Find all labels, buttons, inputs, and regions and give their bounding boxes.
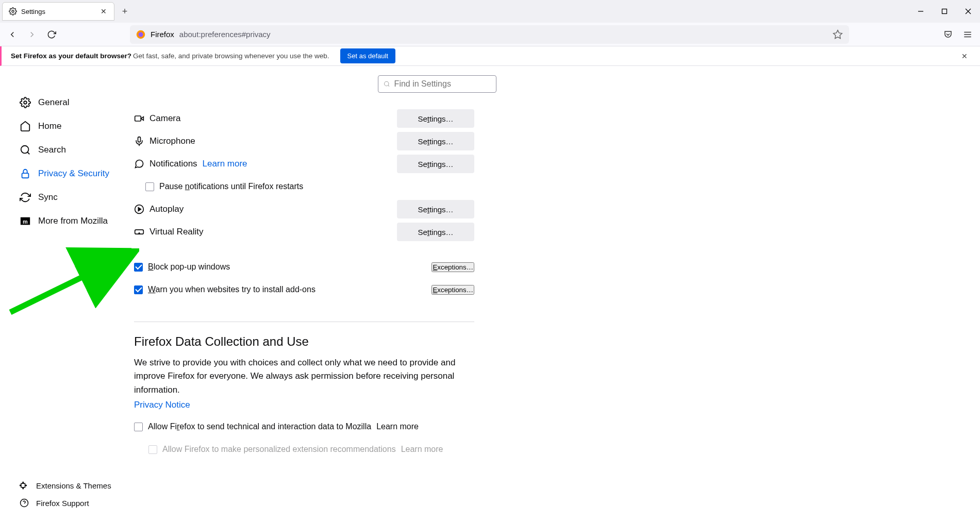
settings-button[interactable]: Settings… [397,223,474,241]
warn-addons-checkbox[interactable] [134,285,143,294]
svg-marker-7 [834,30,842,38]
allow-recommendations-checkbox [148,445,157,454]
permission-label: Microphone [150,136,195,146]
checkbox-label: Warn you when websites try to install ad… [148,285,315,294]
block-popups-checkbox[interactable] [134,263,143,272]
divider [134,322,474,322]
permission-label: Notifications [150,159,197,169]
learn-more-link: Learn more [401,445,443,454]
sidebar-item-search[interactable]: Search [20,138,134,162]
close-window-button[interactable] [956,0,980,23]
new-tab-button[interactable]: + [117,3,133,20]
sidebar-item-label: Search [38,145,66,155]
privacy-notice-link[interactable]: Privacy Notice [134,400,190,410]
svg-rect-21 [135,116,141,121]
svg-point-11 [24,101,27,104]
find-in-settings[interactable] [378,75,496,93]
permission-microphone: Microphone Settings… [134,130,474,153]
default-browser-banner: Set Firefox as your default browser? Get… [0,46,980,66]
sidebar-item-label: More from Mozilla [38,216,108,226]
svg-rect-2 [942,9,947,14]
section-description: We strive to provide you with choices an… [134,356,474,397]
checkbox-label: Block pop-up windows [148,262,230,272]
settings-button[interactable]: Settings… [397,132,474,150]
url-bar[interactable]: Firefox about:preferences#privacy [130,25,849,44]
tab-title: Settings [21,8,95,15]
sync-icon [20,192,31,203]
allow-tech-data-row: Allow Firefox to send technical and inte… [134,415,474,438]
lock-icon [20,168,31,179]
block-popups-row: Block pop-up windows Exceptions… [134,256,474,278]
sidebar-item-sync[interactable]: Sync [20,186,134,209]
sidebar-item-label: Sync [38,192,58,203]
content: General Home Search Privacy & Security S… [0,66,980,522]
sidebar: General Home Search Privacy & Security S… [0,66,134,522]
sidebar-item-privacy[interactable]: Privacy & Security [20,162,134,186]
settings-button[interactable]: Settings… [397,155,474,173]
learn-more-link[interactable]: Learn more [376,422,419,431]
menu-icon[interactable] [959,26,976,43]
permission-camera: Camera Settings… [134,107,474,130]
exceptions-button[interactable]: Exceptions… [431,285,474,295]
checkbox-label: Allow Firefox to send technical and inte… [148,422,371,431]
learn-more-link[interactable]: Learn more [203,159,247,169]
sidebar-item-home[interactable]: Home [20,114,134,138]
checkbox-label: Pause notifications until Firefox restar… [159,182,303,191]
set-default-button[interactable]: Set as default [340,48,396,63]
main: Camera Settings… Microphone Settings… No… [134,66,980,522]
sidebar-item-support[interactable]: Firefox Support [20,494,134,512]
sidebar-item-extensions[interactable]: Extensions & Themes [20,477,134,494]
checkbox-label: Allow Firefox to make personalized exten… [162,445,396,454]
exceptions-button[interactable]: Exceptions… [431,262,474,272]
maximize-button[interactable] [933,0,956,23]
browser-tab[interactable]: Settings ✕ [2,2,114,21]
autoplay-icon [134,204,144,214]
svg-point-12 [21,146,29,154]
pocket-icon[interactable] [940,26,956,43]
back-button[interactable] [4,26,21,43]
microphone-icon [134,136,144,146]
help-icon [20,498,29,508]
notification-icon [134,159,144,169]
url-text: about:preferences#privacy [179,30,271,39]
close-icon[interactable]: ✕ [99,7,108,15]
tab-bar: Settings ✕ + [0,0,980,23]
sidebar-item-general[interactable]: General [20,91,134,114]
permission-label: Camera [150,113,180,124]
toolbar: Firefox about:preferences#privacy [0,23,980,46]
permission-label: Autoplay [150,204,184,214]
svg-rect-14 [22,173,29,178]
puzzle-icon [20,481,29,490]
pause-notifications-checkbox[interactable] [145,182,154,191]
sidebar-item-label: Extensions & Themes [36,481,111,490]
bookmark-icon[interactable] [833,29,843,40]
window-controls [909,0,980,23]
banner-close-icon[interactable]: ✕ [958,50,971,62]
minimize-button[interactable] [909,0,933,23]
allow-tech-data-checkbox[interactable] [134,423,143,431]
settings-button[interactable]: Settings… [397,109,474,128]
allow-recommendations-row: Allow Firefox to make personalized exten… [134,438,474,461]
banner-strong: Set Firefox as your default browser? [11,52,131,60]
sidebar-item-label: Firefox Support [36,499,89,508]
warn-addons-row: Warn you when websites try to install ad… [134,278,474,301]
pause-notifications-row: Pause notifications until Firefox restar… [134,175,474,198]
forward-button[interactable] [24,26,40,43]
svg-point-6 [139,32,143,37]
sidebar-item-label: Privacy & Security [38,169,109,179]
search-icon [384,80,390,88]
permission-notifications: Notifications Learn more Settings… [134,153,474,175]
url-identity: Firefox [151,30,174,39]
permission-autoplay: Autoplay Settings… [134,198,474,221]
banner-text: Get fast, safe, and private browsing whe… [133,52,329,60]
gear-icon [9,7,17,15]
svg-line-20 [388,85,389,86]
vr-icon [134,227,144,237]
sidebar-item-label: Home [38,121,61,131]
svg-point-0 [12,10,14,12]
search-input[interactable] [394,79,491,89]
settings-button[interactable]: Settings… [397,200,474,218]
reload-button[interactable] [43,26,60,43]
sidebar-item-more[interactable]: m More from Mozilla [20,209,134,233]
sidebar-item-label: General [38,97,69,108]
